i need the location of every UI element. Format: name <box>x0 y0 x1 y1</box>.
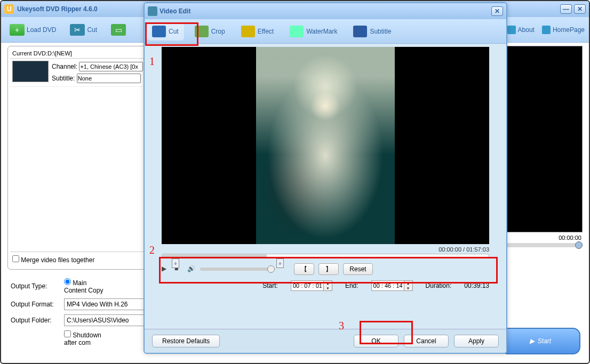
slider-handle[interactable] <box>575 241 583 249</box>
duration-label: Duration: <box>426 282 452 289</box>
duration-value: 00:39:13 <box>464 282 489 289</box>
set-start-bracket-button[interactable]: 【 <box>294 263 314 275</box>
play-icon: ▶ <box>530 337 535 345</box>
tab-crop[interactable]: Crop <box>189 22 230 41</box>
load-dvd-label: Load DVD <box>27 26 56 34</box>
start-time-spinner[interactable]: ▲▼ <box>324 280 332 291</box>
output-folder-label: Output Folder: <box>11 317 57 324</box>
start-button[interactable]: ▶ Start <box>500 328 580 354</box>
cancel-button[interactable]: Cancel <box>404 335 449 347</box>
dialog-icon <box>148 6 157 16</box>
reset-button[interactable]: Reset <box>343 263 373 275</box>
merge-checkbox-row[interactable]: Merge video files together <box>12 256 94 264</box>
trim-progress <box>162 254 267 257</box>
volume-slider[interactable] <box>200 268 275 271</box>
merge-checkbox[interactable] <box>12 255 19 262</box>
output-format-label: Output Format: <box>11 301 57 308</box>
subtitle-tab-icon <box>353 26 367 37</box>
start-time-input[interactable] <box>291 280 324 291</box>
edit-video-preview[interactable] <box>162 47 489 244</box>
subtitle-select[interactable] <box>77 74 141 83</box>
trim-start-handle[interactable] <box>172 258 179 268</box>
subtitle-label: Subtitle: <box>52 75 75 82</box>
volume-icon[interactable]: 🔊 <box>187 265 196 273</box>
end-time-spinner[interactable]: ▲▼ <box>404 280 413 291</box>
ok-button[interactable]: OK <box>354 335 398 347</box>
cut-tab-icon <box>152 26 166 37</box>
channel-label: Channel: <box>52 63 77 70</box>
minimize-button[interactable]: — <box>560 4 572 14</box>
watermark-tab-icon <box>290 26 304 37</box>
dialog-title: Video Edit <box>160 7 491 15</box>
video-edit-dialog: Video Edit ✕ Cut Crop Effect WaterMark S… <box>143 2 507 354</box>
home-icon <box>542 26 551 34</box>
restore-defaults-button[interactable]: Restore Defaults <box>152 335 220 347</box>
dvd-thumbnail <box>12 61 49 82</box>
apply-button[interactable]: Apply <box>454 335 499 347</box>
homepage-link[interactable]: HomePage <box>542 26 585 34</box>
output-type-radio[interactable]: Main Content Copy <box>64 278 110 294</box>
load-dvd-button[interactable]: + Load DVD <box>5 22 60 38</box>
start-time-label: Start: <box>262 282 278 289</box>
dialog-titlebar: Video Edit ✕ <box>145 3 506 19</box>
tab-subtitle[interactable]: Subtitle <box>348 22 396 41</box>
info-icon <box>507 26 516 34</box>
playback-position-label: 00:00:00 / 01:57:03 <box>162 246 489 253</box>
crop-tab-icon <box>195 26 209 37</box>
edit-tabs: Cut Crop Effect WaterMark Subtitle <box>145 19 506 44</box>
tab-effect[interactable]: Effect <box>236 22 279 41</box>
shutdown-checkbox-row[interactable]: Shutdown after com <box>64 330 110 346</box>
volume-handle[interactable] <box>267 265 275 273</box>
dialog-close-button[interactable]: ✕ <box>491 6 503 16</box>
tab-cut[interactable]: Cut <box>147 22 184 41</box>
main-cut-button[interactable]: ✂ Cut <box>66 22 101 38</box>
video-frame-content <box>256 47 395 244</box>
end-time-input[interactable] <box>371 280 404 291</box>
set-end-bracket-button[interactable]: 】 <box>318 263 339 275</box>
channel-select[interactable] <box>79 62 143 71</box>
main-cut-label: Cut <box>87 26 97 34</box>
play-button[interactable]: ▶ <box>162 265 170 273</box>
main-crop-button[interactable]: ▭ <box>107 22 130 38</box>
effect-tab-icon <box>241 26 255 37</box>
trim-end-handle[interactable] <box>276 258 284 268</box>
load-dvd-icon: + <box>10 24 25 36</box>
scissors-icon: ✂ <box>70 24 85 36</box>
picture-icon: ▭ <box>111 24 126 36</box>
close-button[interactable]: ✕ <box>574 4 586 14</box>
app-logo-icon: U <box>4 4 14 14</box>
output-type-label: Output Type: <box>11 282 57 290</box>
tab-watermark[interactable]: WaterMark <box>284 22 342 41</box>
trim-slider[interactable] <box>162 254 489 258</box>
end-time-label: End: <box>345 282 358 289</box>
shutdown-checkbox[interactable] <box>64 330 71 337</box>
about-link[interactable]: About <box>507 26 535 34</box>
